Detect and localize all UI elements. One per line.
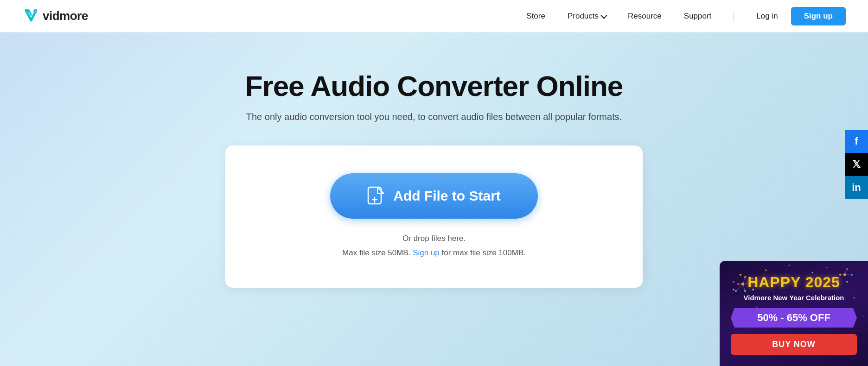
twitter-social-button[interactable]: 𝕏	[845, 153, 868, 176]
drop-signup-link[interactable]: Sign up	[413, 248, 440, 257]
logo-vid: v	[43, 9, 49, 23]
login-button[interactable]: Log in	[756, 12, 778, 21]
svg-point-34	[756, 307, 758, 308]
hero-section: Free Audio Converter Online The only aud…	[0, 32, 868, 366]
nav-resource[interactable]: Resource	[628, 12, 662, 21]
facebook-social-button[interactable]: f	[845, 130, 868, 153]
drop-text-line1: Or drop files here.	[342, 232, 526, 246]
nav-links: Store Products Resource Support Log in S…	[526, 7, 846, 25]
svg-point-31	[789, 265, 790, 266]
svg-point-22	[846, 268, 848, 270]
drop-zone-text: Or drop files here. Max file size 50MB. …	[342, 232, 526, 260]
svg-point-30	[766, 270, 767, 271]
side-social-bar: f 𝕏 in	[845, 130, 868, 199]
nav-products[interactable]: Products	[568, 12, 606, 21]
upload-box: Add File to Start Or drop files here. Ma…	[225, 145, 643, 288]
hero-title: Free Audio Converter Online	[245, 69, 623, 102]
hero-subtitle: The only audio conversion tool you need,…	[246, 112, 622, 122]
svg-point-33	[826, 267, 827, 268]
add-file-label: Add File to Start	[393, 188, 501, 204]
promo-banner: HAPPY 2025 Vidmore New Year Celebration …	[720, 261, 868, 366]
navbar: vidmore Store Products Resource Support …	[0, 0, 868, 32]
nav-store[interactable]: Store	[526, 12, 545, 21]
svg-point-1	[33, 9, 37, 13]
add-file-icon	[367, 186, 385, 206]
signup-button[interactable]: Sign up	[791, 7, 846, 25]
logo-icon	[22, 7, 40, 25]
promo-happy-text: HAPPY 2025	[731, 274, 857, 291]
svg-point-0	[25, 9, 29, 13]
drop-text-line2: Max file size 50MB. Sign up for max file…	[342, 246, 526, 260]
promo-subtitle: Vidmore New Year Celebration	[731, 294, 857, 302]
svg-point-32	[812, 272, 813, 273]
nav-support[interactable]: Support	[684, 12, 712, 21]
logo-idmore: idmore	[49, 9, 88, 23]
nav-auth: Log in Sign up	[756, 7, 846, 25]
add-file-button[interactable]: Add File to Start	[330, 173, 538, 219]
promo-discount-badge: 50% - 65% OFF	[731, 308, 857, 328]
promo-buy-button[interactable]: BUY NOW	[731, 334, 857, 355]
chevron-down-icon	[600, 12, 607, 19]
svg-point-36	[863, 316, 864, 317]
nav-divider	[734, 11, 734, 22]
logo[interactable]: vidmore	[22, 7, 88, 25]
linkedin-social-button[interactable]: in	[845, 176, 868, 199]
